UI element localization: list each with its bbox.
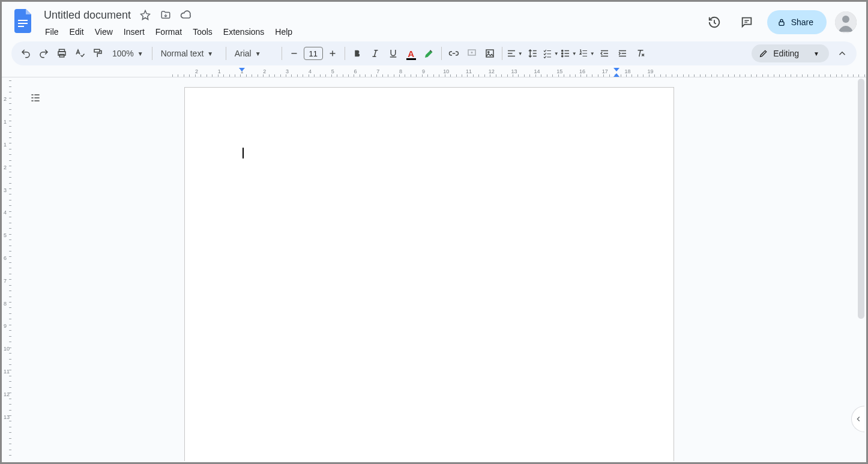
style-value: Normal text <box>161 49 204 58</box>
bold-button[interactable] <box>349 45 366 62</box>
toolbar: 100% ▼ Normal text ▼ Arial ▼ 11 A ▼ <box>11 41 857 65</box>
mode-label: Editing <box>773 49 799 58</box>
bulleted-list-button[interactable]: ▼ <box>560 45 577 62</box>
menu-view[interactable]: View <box>90 25 118 39</box>
line-spacing-button[interactable] <box>524 45 541 62</box>
comments-icon[interactable] <box>735 10 759 34</box>
vertical-ruler[interactable]: 2112345678910111213 <box>2 77 11 461</box>
text-color-swatch <box>406 58 416 60</box>
star-icon[interactable] <box>139 9 151 21</box>
docs-logo[interactable] <box>11 9 35 33</box>
document-canvas[interactable] <box>11 77 866 461</box>
font-dropdown[interactable]: Arial ▼ <box>230 45 278 62</box>
menu-file[interactable]: File <box>40 25 64 39</box>
svg-point-5 <box>842 16 849 23</box>
separator <box>226 47 226 60</box>
document-title[interactable]: Untitled document <box>40 8 134 23</box>
spellcheck-button[interactable] <box>71 45 88 62</box>
decrease-font-size-button[interactable] <box>286 45 303 62</box>
menubar: File Edit View Insert Format Tools Exten… <box>40 25 702 39</box>
decrease-indent-button[interactable] <box>596 45 613 62</box>
italic-button[interactable] <box>367 45 384 62</box>
horizontal-ruler[interactable]: 2112345678910111213141516171819 <box>2 68 866 77</box>
menu-extensions[interactable]: Extensions <box>219 25 269 39</box>
print-button[interactable] <box>53 45 70 62</box>
undo-button[interactable] <box>17 45 34 62</box>
svg-rect-1 <box>18 23 28 24</box>
font-value: Arial <box>235 49 252 58</box>
separator <box>441 47 442 60</box>
separator <box>152 47 152 60</box>
redo-button[interactable] <box>35 45 52 62</box>
document-outline-button[interactable] <box>27 89 44 106</box>
caret-down-icon: ▼ <box>207 50 213 57</box>
underline-button[interactable] <box>385 45 402 62</box>
share-label: Share <box>791 17 813 27</box>
numbered-list-button[interactable]: ▼ <box>578 45 595 62</box>
svg-rect-0 <box>18 20 28 21</box>
highlight-color-button[interactable] <box>421 45 438 62</box>
svg-rect-11 <box>486 50 493 57</box>
svg-point-12 <box>487 52 489 53</box>
increase-font-size-button[interactable] <box>324 45 341 62</box>
collapse-toolbar-button[interactable] <box>834 45 851 62</box>
move-icon[interactable] <box>160 9 172 21</box>
paragraph-style-dropdown[interactable]: Normal text ▼ <box>156 45 222 62</box>
separator <box>502 47 502 60</box>
svg-point-15 <box>561 55 562 56</box>
separator <box>345 47 345 60</box>
paint-format-button[interactable] <box>89 45 106 62</box>
align-button[interactable]: ▼ <box>506 45 523 62</box>
checklist-button[interactable]: ▼ <box>542 45 559 62</box>
svg-point-13 <box>561 50 562 51</box>
insert-image-button[interactable] <box>481 45 498 62</box>
text-color-a-icon: A <box>408 49 414 59</box>
caret-down-icon: ▼ <box>255 50 261 57</box>
increase-indent-button[interactable] <box>614 45 631 62</box>
zoom-value: 100% <box>112 49 134 58</box>
page[interactable] <box>184 87 674 461</box>
insert-link-button[interactable] <box>445 45 462 62</box>
svg-rect-9 <box>94 49 100 52</box>
account-avatar[interactable] <box>835 11 857 33</box>
editing-mode-dropdown[interactable]: Editing ▼ <box>752 44 829 62</box>
svg-point-14 <box>561 53 562 54</box>
cloud-status-icon[interactable] <box>180 9 192 21</box>
text-cursor <box>243 148 244 158</box>
separator <box>282 47 282 60</box>
svg-rect-2 <box>18 26 24 27</box>
menu-tools[interactable]: Tools <box>188 25 217 39</box>
add-comment-button[interactable] <box>463 45 480 62</box>
menu-edit[interactable]: Edit <box>65 25 89 39</box>
share-button[interactable]: Share <box>767 10 827 34</box>
text-color-button[interactable]: A <box>403 45 420 62</box>
history-icon[interactable] <box>702 10 726 34</box>
caret-down-icon: ▼ <box>813 50 819 57</box>
vertical-scrollbar[interactable] <box>858 79 864 319</box>
menu-insert[interactable]: Insert <box>119 25 149 39</box>
font-size-input[interactable]: 11 <box>304 47 323 60</box>
menu-format[interactable]: Format <box>151 25 187 39</box>
svg-rect-3 <box>779 22 784 25</box>
caret-down-icon: ▼ <box>137 50 143 57</box>
zoom-dropdown[interactable]: 100% ▼ <box>107 45 148 62</box>
clear-formatting-button[interactable] <box>632 45 649 62</box>
menu-help[interactable]: Help <box>270 25 297 39</box>
